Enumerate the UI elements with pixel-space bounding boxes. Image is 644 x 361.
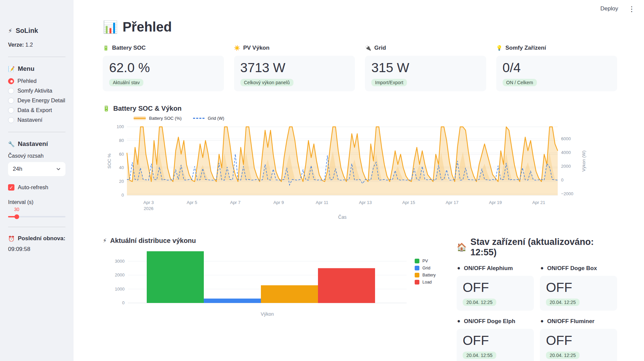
radio-icon[interactable] — [8, 117, 14, 123]
sidebar-item-label: Nastavení — [17, 117, 42, 123]
svg-text:20: 20 — [119, 179, 124, 184]
page-title-text: Přehled — [123, 19, 172, 35]
version-value: 1.2 — [26, 42, 33, 48]
legend-item-battery: Battery — [415, 273, 436, 277]
sidebar-item-label: Data & Export — [17, 107, 52, 113]
deploy-button[interactable]: Deploy — [600, 5, 618, 12]
metric-label: Somfy Zařízení — [505, 45, 546, 51]
soc-chart-legend: Battery SOC (%) Grid (W) — [134, 116, 617, 121]
metric-pill: ON / Celkem — [503, 79, 537, 86]
device-alephium: ⚫ON/OFF Alephium OFF 20.04. 12:25 — [457, 265, 534, 311]
metric-pill: Aktuální stav — [109, 79, 143, 86]
pv-swatch — [415, 259, 419, 263]
svg-text:Apr 7: Apr 7 — [230, 200, 240, 205]
chevron-down-icon — [56, 167, 61, 171]
metric-grid: 🔌Grid 315 W Import/Export — [365, 45, 486, 91]
device-state: OFF — [546, 333, 611, 348]
svg-text:Výkon: Výkon — [261, 311, 274, 317]
device-timestamp-pill: 20.04. 12:25 — [546, 352, 580, 359]
time-range-select[interactable]: 24h — [8, 162, 65, 176]
svg-text:3000: 3000 — [115, 258, 125, 263]
divider — [8, 132, 65, 132]
device-state: OFF — [463, 333, 528, 348]
divider — [8, 227, 65, 227]
divider — [8, 57, 65, 57]
svg-text:−2000: −2000 — [561, 191, 573, 196]
soc-chart-section: 🔋 Battery SOC & Výkon Battery SOC (%) Gr… — [103, 105, 617, 223]
svg-text:1000: 1000 — [115, 286, 125, 291]
metric-label: Battery SOC — [112, 45, 146, 51]
radio-icon[interactable] — [8, 107, 14, 113]
distribution-chart-section: ⚡ Aktuální distribuce výkonu 01000200030… — [103, 237, 449, 361]
device-timestamp-pill: 20.04. 12:25 — [546, 299, 580, 306]
svg-text:80: 80 — [119, 138, 124, 143]
sidebar-item-deye-energy-detail[interactable]: Deye Energy Detail — [8, 97, 65, 104]
metric-pill: Celkový výkon panelů — [240, 79, 293, 86]
svg-text:Apr 21: Apr 21 — [532, 200, 545, 205]
device-label-text: ON/OFF Doge Elph — [464, 318, 515, 325]
bottom-row: ⚡ Aktuální distribuce výkonu 01000200030… — [103, 237, 617, 361]
legend-label: PV — [422, 259, 428, 263]
checkbox-checked-icon[interactable]: ✓ — [8, 184, 14, 191]
distribution-bar-chart: 0100020003000Výkon — [103, 245, 410, 322]
soc-chart-title: 🔋 Battery SOC & Výkon — [103, 105, 617, 112]
metric-value: 0/4 — [503, 61, 611, 75]
radio-selected-icon[interactable] — [8, 78, 14, 84]
bolt-icon: ⚡ — [8, 27, 12, 35]
main-content: 📊 Přehled 🔋Battery SOC 62.0 % Aktuální s… — [74, 0, 644, 361]
sidebar-item-nastaveni[interactable]: Nastavení — [8, 117, 65, 123]
device-card: OFF 20.04. 12:55 — [457, 329, 534, 361]
device-card: OFF 20.04. 12:25 — [457, 276, 534, 311]
device-status-section: 🏠 Stav zařízení (aktualizováno: 12:55) ⚫… — [457, 237, 617, 361]
sidebar-item-data-export[interactable]: Data & Export — [8, 107, 65, 113]
page-title: 📊 Přehled — [103, 19, 617, 35]
legend-item-load: Load — [415, 280, 436, 285]
black-circle-icon: ⚫ — [457, 265, 461, 271]
radio-icon[interactable] — [8, 98, 14, 104]
time-range-value: 24h — [13, 166, 22, 172]
sidebar-item-somfy-aktivita[interactable]: Somfy Aktivita — [8, 88, 65, 94]
legend-item-pv: PV — [415, 259, 436, 263]
kebab-menu-icon[interactable]: ⋮ — [627, 5, 637, 12]
bar-chart-legend: PV Grid Battery Load — [415, 259, 436, 285]
black-circle-icon: ⚫ — [457, 318, 461, 324]
menu-section-title: 📝 Menu — [8, 65, 65, 72]
metric-somfy-devices: 💡Somfy Zařízení 0/4 ON / Celkem — [496, 45, 617, 91]
bulb-icon: 💡 — [496, 45, 503, 51]
legend-label: Load — [422, 280, 432, 285]
device-status-title-text: Stav zařízení (aktualizováno: 12:55) — [470, 237, 617, 258]
svg-text:Apr 19: Apr 19 — [489, 200, 502, 205]
memo-icon: 📝 — [8, 66, 15, 72]
metric-pv-power: ☀️PV Výkon 3713 W Celkový výkon panelů — [234, 45, 355, 91]
device-timestamp-pill: 20.04. 12:55 — [463, 352, 496, 359]
legend-grid-swatch — [193, 118, 204, 119]
slider-thumb[interactable] — [14, 214, 19, 219]
svg-text:0: 0 — [122, 193, 124, 198]
svg-text:Apr 3: Apr 3 — [143, 200, 154, 205]
time-range-label: Časový rozsah — [8, 153, 65, 159]
distribution-chart-title: ⚡ Aktuální distribuce výkonu — [103, 237, 449, 245]
radio-icon[interactable] — [8, 88, 14, 94]
svg-text:2000: 2000 — [115, 272, 125, 277]
interval-label: Interval (s) — [8, 199, 65, 205]
interval-slider[interactable]: 30 — [8, 207, 65, 222]
svg-text:6000: 6000 — [561, 136, 571, 141]
device-label-text: ON/OFF Alephium — [464, 265, 513, 272]
device-timestamp-pill: 20.04. 12:25 — [463, 299, 496, 306]
svg-text:SOC %: SOC % — [107, 153, 112, 168]
version-label: Verze: — [8, 42, 24, 48]
metric-card: 0/4 ON / Celkem — [496, 56, 617, 91]
menu-title: Menu — [18, 65, 35, 72]
plug-icon: 🔌 — [365, 45, 371, 51]
sidebar-item-label: Somfy Aktivita — [17, 88, 52, 94]
device-doge-box: ⚫ON/OFF Doge Box OFF 20.04. 12:25 — [540, 265, 617, 311]
sidebar-item-label: Přehled — [17, 78, 37, 84]
metric-value: 62.0 % — [109, 61, 218, 75]
auto-refresh-checkbox-row[interactable]: ✓ Auto-refresh — [8, 184, 65, 191]
device-state: OFF — [463, 280, 528, 295]
device-status-title: 🏠 Stav zařízení (aktualizováno: 12:55) — [457, 237, 617, 258]
metric-battery-soc: 🔋Battery SOC 62.0 % Aktuální stav — [103, 45, 224, 91]
svg-text:Výkon (W): Výkon (W) — [581, 150, 586, 171]
soc-line-chart: 020406080100−20000200040006000Apr 32026A… — [103, 121, 617, 223]
sidebar-item-prehled[interactable]: Přehled — [8, 78, 65, 84]
